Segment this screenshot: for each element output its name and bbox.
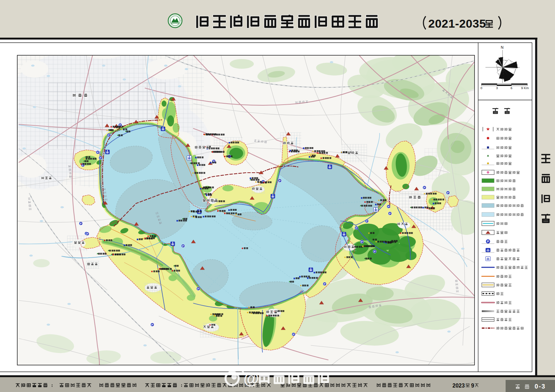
svg-text:0-3: 0-3 xyxy=(535,383,546,390)
svg-text:P: P xyxy=(374,250,376,253)
svg-text:P: P xyxy=(366,220,368,223)
svg-text:9: 9 xyxy=(471,383,474,389)
svg-text:P: P xyxy=(182,245,184,248)
svg-text:2021-2035: 2021-2035 xyxy=(428,17,486,30)
svg-text:2023: 2023 xyxy=(452,383,465,389)
svg-text:0: 0 xyxy=(480,86,482,90)
svg-text:P: P xyxy=(108,134,110,137)
svg-text:P: P xyxy=(279,179,281,182)
svg-text:P: P xyxy=(355,227,357,230)
svg-text:P: P xyxy=(423,186,425,189)
svg-text:@: @ xyxy=(243,370,259,388)
svg-text:3: 3 xyxy=(496,86,498,90)
svg-text:P: P xyxy=(97,151,99,154)
svg-text:9 Km: 9 Km xyxy=(521,86,529,90)
svg-text:P: P xyxy=(447,191,449,194)
svg-text:P: P xyxy=(361,240,363,243)
svg-text:P: P xyxy=(86,232,88,236)
svg-text:P: P xyxy=(99,156,102,160)
svg-text:P: P xyxy=(387,205,390,208)
svg-text:P: P xyxy=(197,287,199,290)
svg-text:P: P xyxy=(80,222,82,225)
svg-text:P: P xyxy=(389,212,391,215)
svg-text:P: P xyxy=(293,333,295,336)
svg-text:N: N xyxy=(501,45,504,49)
svg-text:6: 6 xyxy=(510,86,512,90)
svg-text:P: P xyxy=(151,323,153,326)
svg-text:P: P xyxy=(487,240,489,243)
svg-text:P: P xyxy=(324,283,326,286)
